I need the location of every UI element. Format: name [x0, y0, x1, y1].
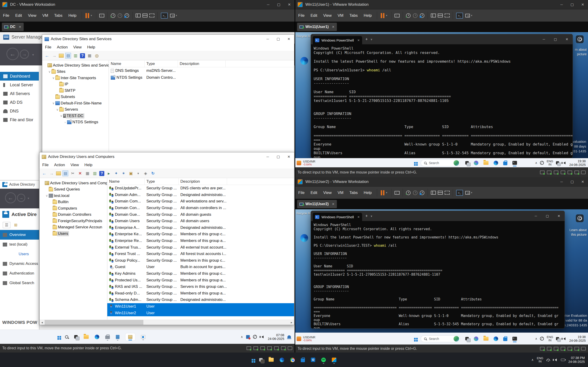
list-row[interactable]: NTDS Settings Domain Contro...: [109, 74, 294, 81]
user-list-row[interactable]: Enterprise Ke... Security Group ... Memb…: [107, 231, 294, 238]
cd-rom-icon[interactable]: [253, 346, 258, 350]
show-library-button[interactable]: [135, 12, 142, 19]
close-button[interactable]: ✕: [561, 34, 573, 44]
manage-snapshots-button[interactable]: [419, 189, 425, 197]
ctrl-alt-del-button[interactable]: [394, 189, 400, 197]
network-icon[interactable]: [556, 161, 559, 165]
hard-disk-icon[interactable]: [540, 347, 545, 350]
Help-icon[interactable]: Help: [66, 13, 79, 18]
up-folder-icon[interactable]: [59, 54, 64, 58]
hard-disk-icon[interactable]: [247, 346, 251, 350]
tree-node[interactable]: SMTP: [42, 87, 109, 94]
terminal-tab[interactable]: >_ Windows PowerShell ✕: [313, 213, 362, 221]
manage-snapshots-button[interactable]: [419, 12, 425, 19]
back-button[interactable]: ←: [6, 48, 19, 60]
scroll-right-arrow[interactable]: ►: [289, 320, 294, 325]
list-icon[interactable]: [85, 171, 90, 176]
usb-device-icon[interactable]: [274, 346, 279, 350]
recycle-bin-desktop-icon[interactable]: Recycle Bin: [296, 34, 313, 38]
Edit-icon[interactable]: Edit: [307, 191, 320, 195]
console-view-button[interactable]: >_: [455, 12, 464, 19]
minimize-button[interactable]: ─: [556, 177, 567, 186]
pause-dropdown-icon[interactable]: ▾: [91, 14, 94, 17]
tree-node[interactable]: Domain Controllers: [40, 212, 107, 218]
taskbar-widget[interactable]: USD/INR -0.64%: [297, 335, 315, 342]
Tabs-icon[interactable]: Tabs: [51, 13, 66, 18]
task-view-button[interactable]: [465, 161, 469, 165]
fullscreen-dropdown-icon[interactable]: ▾: [471, 191, 474, 194]
close-button[interactable]: ✕: [284, 152, 294, 161]
recycle-bin-desktop-icon[interactable]: Recycle Bin: [296, 212, 313, 215]
user-list-row[interactable]: Schema Adm... Security Group ... Designa…: [107, 297, 294, 303]
cd-rom-icon[interactable]: [547, 171, 552, 174]
taskbar-clock[interactable]: 07:38 PM 24-06-2025: [568, 356, 585, 364]
column-header[interactable]: Description: [178, 60, 226, 67]
maximize-button[interactable]: ▢: [567, 0, 577, 9]
VM-icon[interactable]: VM: [335, 191, 346, 195]
server-manager-nav-item[interactable]: Dashboard: [0, 72, 39, 81]
View-icon[interactable]: View: [25, 13, 40, 18]
display-icon[interactable]: [281, 346, 285, 350]
File-icon[interactable]: File: [40, 163, 51, 167]
scrollbar-thumb[interactable]: [44, 320, 143, 325]
show-console-view-button[interactable]: [444, 189, 450, 197]
adac-nav-item[interactable]: Authentication: [0, 268, 39, 278]
export-list-icon[interactable]: [73, 53, 78, 58]
adac-nav-item[interactable]: Overview: [0, 230, 39, 240]
adac-taskbar-button[interactable]: [141, 335, 145, 339]
filter-icon[interactable]: [135, 171, 141, 176]
task-view-button[interactable]: [465, 337, 469, 340]
terminal-taskbar-button-active[interactable]: >_: [512, 337, 517, 341]
cut-icon[interactable]: [70, 171, 76, 176]
revert-snapshot-button[interactable]: [116, 12, 123, 19]
user-list-row[interactable]: Win11User2 User: [107, 310, 294, 316]
tree-node[interactable]: ∨ Default-First-Site-Name: [42, 100, 109, 107]
File-icon[interactable]: File: [0, 13, 12, 18]
column-header[interactable]: Name: [107, 178, 145, 185]
task-view-button[interactable]: [74, 335, 78, 339]
sound-icon[interactable]: [561, 347, 565, 350]
user-list-row[interactable]: Read-only D... Security Group ... Member…: [107, 290, 294, 297]
revert-snapshot-button[interactable]: [412, 12, 419, 19]
adac-nav-item[interactable]: test (local): [0, 240, 39, 249]
close-button[interactable]: ✕: [577, 0, 588, 9]
new-tab-button[interactable]: +: [365, 214, 368, 218]
language-indicator[interactable]: ENG IN: [547, 160, 553, 166]
vm-tab-close-icon[interactable]: ✕: [19, 25, 21, 29]
tree-node[interactable]: Active Directory Users and Comp: [40, 180, 107, 186]
console-view-button[interactable]: >_: [160, 12, 169, 19]
hidden-icons-chevron[interactable]: ∧: [535, 161, 537, 165]
delete-icon[interactable]: [77, 171, 83, 176]
column-header[interactable]: Name: [109, 60, 145, 67]
tree-node[interactable]: Subnets: [42, 94, 109, 100]
help-icon[interactable]: [80, 53, 85, 58]
adac-nav-item[interactable]: Dynamic Access: [0, 259, 39, 268]
start-button[interactable]: [414, 338, 416, 340]
taskbar-clock[interactable]: 07:08 24-06-2025: [268, 333, 284, 341]
maximize-button[interactable]: ▢: [567, 177, 577, 186]
server-manager-nav-item[interactable]: All Servers: [0, 89, 39, 98]
find-icon[interactable]: [94, 53, 100, 58]
show-thumbnail-bar-button[interactable]: [142, 12, 148, 19]
up-folder-icon[interactable]: [56, 171, 61, 175]
show-tree-icon[interactable]: [65, 53, 71, 58]
edge-desktop-icon[interactable]: [296, 57, 313, 65]
maximize-button[interactable]: ▢: [273, 152, 284, 161]
new-tab-button[interactable]: +: [365, 37, 368, 42]
dnd-bell-icon[interactable]: [540, 161, 544, 165]
minimize-button[interactable]: ─: [538, 34, 550, 44]
take-snapshot-button[interactable]: [405, 12, 412, 19]
dnd-bell-icon[interactable]: [540, 337, 544, 341]
tab-dropdown-icon[interactable]: ∨: [371, 215, 372, 217]
fullscreen-button[interactable]: [464, 189, 471, 197]
VM-icon[interactable]: VM: [39, 13, 51, 18]
help-icon[interactable]: [99, 171, 104, 176]
search-box[interactable]: Search: [421, 335, 460, 342]
taskbar-widget[interactable]: USD/INR -0.64%: [297, 160, 315, 166]
hard-disk-icon[interactable]: [540, 171, 545, 174]
terminal-output[interactable]: Windows PowerShell Copyright (C) Microso…: [311, 221, 565, 328]
nav-dropdown-icon[interactable]: ▼: [32, 53, 35, 57]
forward-button[interactable]: →: [17, 194, 25, 202]
adac-nav-item[interactable]: Users: [0, 249, 39, 259]
copilot-button[interactable]: [474, 161, 478, 165]
